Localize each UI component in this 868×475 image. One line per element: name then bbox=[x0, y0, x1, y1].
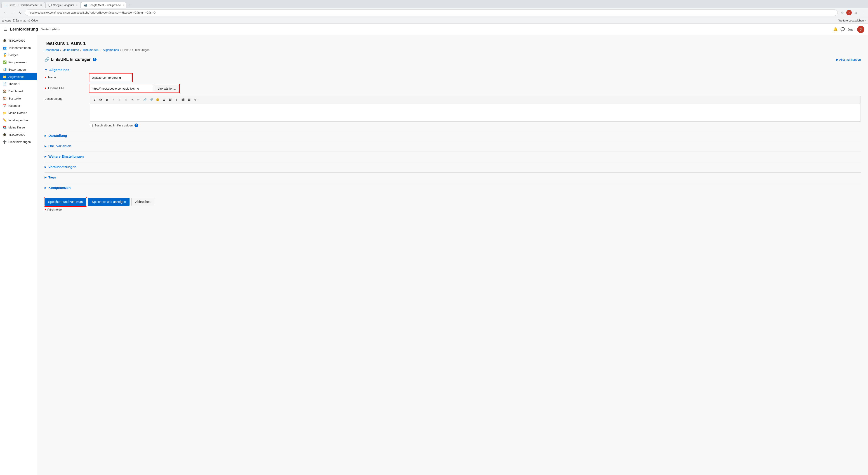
breadcrumb-dashboard[interactable]: Dashboard bbox=[44, 48, 59, 52]
extensions-icon[interactable]: ⊞ bbox=[852, 9, 859, 16]
user-avatar[interactable]: J bbox=[857, 26, 864, 33]
url-input[interactable] bbox=[90, 85, 153, 92]
show-desc-help-icon[interactable]: ? bbox=[134, 123, 138, 127]
darstellung-section: ▶ Darstellung bbox=[44, 131, 861, 140]
sidebar-item-dashboard[interactable]: 🏠 Dashboard bbox=[0, 88, 37, 95]
bookmark-bar: ⊞ Apps Z Zammad ⬡ Odoo Weitere Lesezeich… bbox=[0, 17, 868, 24]
breadcrumb-sep-3: / bbox=[101, 48, 101, 52]
weitere-title: Weitere Einstellungen bbox=[49, 154, 84, 158]
editor-btn-bold[interactable]: B bbox=[104, 97, 110, 103]
bookmark-zammad[interactable]: Z Zammad bbox=[13, 19, 26, 22]
editor-btn-image[interactable]: 🖼 bbox=[161, 97, 167, 103]
cancel-button[interactable]: Abbrechen bbox=[131, 198, 154, 206]
reload-button[interactable]: ↻ bbox=[17, 9, 24, 16]
sidebar-item-inhaltsspeicher[interactable]: ✏️ Inhaltsspeicher bbox=[0, 117, 37, 124]
breadcrumb-allgemeines[interactable]: Allgemeines bbox=[103, 48, 119, 52]
show-desc-checkbox[interactable] bbox=[90, 124, 93, 127]
save-course-button[interactable]: Speichern und zum Kurs bbox=[44, 198, 86, 206]
chat-icon[interactable]: 💬 bbox=[840, 27, 845, 31]
sidebar-item-teilnehmer[interactable]: 👥 Teilnehmer/innen bbox=[0, 44, 37, 51]
name-field-group: ● Name bbox=[44, 74, 861, 81]
voraussetzungen-header[interactable]: ▶ Voraussetzungen bbox=[44, 162, 861, 172]
bookmark-icon[interactable]: ☆ bbox=[839, 9, 845, 16]
url-variablen-header[interactable]: ▶ URL Variablen bbox=[44, 141, 861, 151]
sidebar-item-tk99-2[interactable]: 🎓 TK99/9/9999 bbox=[0, 131, 37, 138]
meine-kurse-label: Meine Kurse bbox=[8, 126, 25, 129]
voraussetzungen-section: ▶ Voraussetzungen bbox=[44, 162, 861, 172]
more-bookmarks[interactable]: Weitere Lesezeichen » bbox=[838, 19, 866, 22]
form-title-info-icon[interactable]: ? bbox=[93, 58, 96, 61]
avatar-red[interactable]: J bbox=[846, 10, 852, 16]
main-layout: 🎓 TK99/9/9999 👥 Teilnehmer/innen 🏅 Badge… bbox=[0, 35, 868, 475]
forward-button[interactable]: → bbox=[9, 9, 16, 16]
tab-3[interactable]: 📹 Google Meet – ubk-jkxs-rje ✕ bbox=[81, 2, 126, 8]
lang-selector[interactable]: Deutsch (de) ▾ bbox=[41, 28, 60, 31]
breadcrumb-meine-kurse[interactable]: Meine Kurse bbox=[62, 48, 79, 52]
editor-btn-1[interactable]: 1 bbox=[91, 97, 97, 103]
dashboard-icon: 🏠 bbox=[3, 89, 6, 93]
editor-btn-media[interactable]: 🖼 bbox=[167, 97, 173, 103]
form-header: 🔗 Link/URL hinzufügen ? ▶ Alles aufklapp… bbox=[44, 57, 861, 62]
tab-bar: 📄 Link/URL wird bearbeitet ✕ 💬 Google Ha… bbox=[0, 0, 868, 8]
sidebar-item-tk99[interactable]: 🎓 TK99/9/9999 bbox=[0, 37, 37, 44]
url-label: ● Externe URL bbox=[44, 85, 90, 90]
sidebar-item-meine-kurse[interactable]: 📚 Meine Kurse bbox=[0, 124, 37, 131]
browser-chrome: 📄 Link/URL wird bearbeitet ✕ 💬 Google Ha… bbox=[0, 0, 868, 24]
description-editor[interactable] bbox=[90, 103, 861, 122]
tab-3-close[interactable]: ✕ bbox=[123, 4, 125, 6]
expand-all-button[interactable]: ▶ Alles aufklappen bbox=[836, 58, 861, 61]
editor-btn-unlink[interactable]: 🔗 bbox=[148, 97, 154, 103]
tab-2-icon: 💬 bbox=[49, 4, 52, 7]
editor-btn-hp[interactable]: H-P bbox=[193, 97, 199, 103]
bookmark-odoo[interactable]: ⬡ Odoo bbox=[28, 19, 38, 22]
sidebar-item-startseite[interactable]: 🏠 Startseite bbox=[0, 95, 37, 102]
editor-btn-outdent[interactable]: ⇤ bbox=[135, 97, 142, 103]
editor-btn-file[interactable]: 🖼 bbox=[186, 97, 192, 103]
tab-2-close[interactable]: ✕ bbox=[76, 4, 78, 6]
tags-header[interactable]: ▶ Tags bbox=[44, 173, 861, 182]
link-choose-button[interactable]: Link wählen... bbox=[155, 85, 179, 92]
breadcrumb: Dashboard / Meine Kurse / TK99/9/9999 / … bbox=[44, 48, 861, 52]
sidebar-item-kompetenzen[interactable]: ✅ Kompetenzen bbox=[0, 59, 37, 66]
show-desc-label: Beschreibung im Kurs zeigen bbox=[94, 124, 133, 127]
editor-btn-link[interactable]: 🔗 bbox=[142, 97, 148, 103]
menu-icon[interactable]: ⋮ bbox=[860, 9, 866, 16]
tab-2[interactable]: 💬 Google Hangouts ✕ bbox=[45, 2, 81, 8]
url-bar[interactable]: moodle.educaltex.com/moodle/course/moded… bbox=[25, 9, 838, 16]
back-button[interactable]: ← bbox=[2, 9, 8, 16]
editor-btn-indent[interactable]: ⇥ bbox=[129, 97, 135, 103]
new-tab-button[interactable]: + bbox=[127, 2, 133, 8]
tab-1-close[interactable]: ✕ bbox=[40, 4, 42, 6]
save-view-button[interactable]: Speichern und anzeigen bbox=[88, 198, 129, 206]
sidebar-item-dateien[interactable]: 📁 Meine Dateien bbox=[0, 109, 37, 117]
darstellung-header[interactable]: ▶ Darstellung bbox=[44, 131, 861, 140]
editor-btn-a[interactable]: A▾ bbox=[98, 97, 103, 103]
kompetenzen-title: Kompetenzen bbox=[49, 186, 70, 189]
weitere-einstellungen-section: ▶ Weitere Einstellungen bbox=[44, 152, 861, 161]
breadcrumb-tk99[interactable]: TK99/9/9999 bbox=[83, 48, 99, 52]
editor-btn-audio[interactable]: 🎙 bbox=[174, 97, 180, 103]
kompetenzen-icon: ✅ bbox=[3, 60, 6, 64]
editor-btn-ul[interactable]: ≡ bbox=[117, 97, 123, 103]
editor-btn-ol[interactable]: ≡ bbox=[123, 97, 129, 103]
sidebar-item-block[interactable]: ➕ Block hinzufügen bbox=[0, 138, 37, 145]
weitere-header[interactable]: ▶ Weitere Einstellungen bbox=[44, 152, 861, 161]
kompetenzen-header[interactable]: ▶ Kompetenzen bbox=[44, 183, 861, 192]
name-input[interactable] bbox=[90, 74, 132, 81]
hamburger-menu[interactable]: ☰ bbox=[4, 27, 7, 32]
bookmark-apps[interactable]: ⊞ Apps bbox=[2, 19, 11, 22]
tags-section: ▶ Tags bbox=[44, 172, 861, 182]
sidebar-item-allgemeines[interactable]: 📁 Allgemeines bbox=[0, 73, 37, 80]
editor-btn-video[interactable]: 🎬 bbox=[180, 97, 186, 103]
editor-btn-italic[interactable]: I bbox=[110, 97, 116, 103]
sidebar-item-kalender[interactable]: 📅 Kalender bbox=[0, 102, 37, 109]
bell-icon[interactable]: 🔔 bbox=[833, 27, 838, 31]
editor-btn-emoji[interactable]: 😊 bbox=[155, 97, 160, 103]
sidebar-item-thema1[interactable]: 📄 Thema 1 bbox=[0, 80, 37, 88]
allgemeines-header[interactable]: ▼ Allgemeines bbox=[44, 66, 861, 74]
sidebar-item-bewertungen[interactable]: 📊 Bewertungen bbox=[0, 66, 37, 73]
darstellung-arrow-icon: ▶ bbox=[44, 134, 46, 137]
tab-1[interactable]: 📄 Link/URL wird bearbeitet ✕ bbox=[1, 2, 45, 8]
sidebar-item-badges[interactable]: 🏅 Badges bbox=[0, 51, 37, 59]
darstellung-title: Darstellung bbox=[49, 134, 67, 138]
